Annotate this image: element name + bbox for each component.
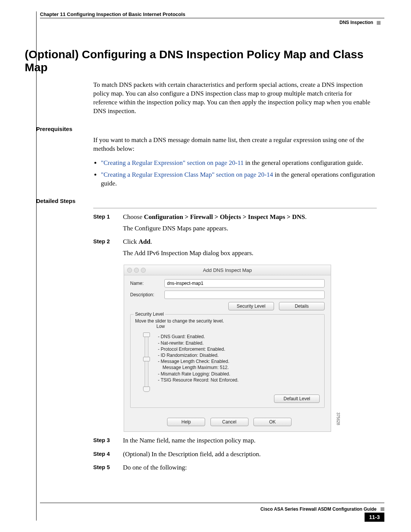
step-label: Step 2 xyxy=(93,237,123,258)
step-body: Click Add. The Add IPv6 Inspection Map d… xyxy=(123,237,377,258)
default-level-row: Default Level xyxy=(135,395,320,403)
name-row: Name: xyxy=(130,279,325,288)
dialog-footer: Help Cancel OK xyxy=(124,413,331,431)
list-item: DNS Guard: Enabled. xyxy=(158,334,239,340)
step-body: Choose Configuration > Firewall > Object… xyxy=(123,212,377,233)
section-label-row: DNS Inspection xyxy=(40,20,384,25)
step-body: Do one of the following: xyxy=(123,463,377,473)
page: Chapter 11 Configuring Inspection of Bas… xyxy=(0,0,411,532)
prerequisites-text: If you want to match a DNS message domai… xyxy=(93,136,377,153)
steps-rule xyxy=(93,208,377,208)
name-label: Name: xyxy=(130,281,164,286)
dialog-screenshot: Add DNS Inspect Map Name: Description: S… xyxy=(124,265,331,432)
bullet-tail: in the general operations configuration … xyxy=(244,159,363,166)
step-row: Step 4 (Optional) In the Description fie… xyxy=(93,449,377,459)
header-square-icon xyxy=(377,21,381,25)
step-label: Step 4 xyxy=(93,449,123,459)
step-body: In the Name field, name the inspection p… xyxy=(123,436,377,446)
header-rule xyxy=(40,18,384,18)
running-header: Chapter 11 Configuring Inspection of Bas… xyxy=(40,11,384,25)
step-row: Step 3 In the Name field, name the inspe… xyxy=(93,436,377,446)
cancel-button[interactable]: Cancel xyxy=(210,418,249,426)
bullet-item: "Creating a Regular Expression" section … xyxy=(101,159,377,168)
dialog-body: Name: Description: Security Level Detail… xyxy=(124,275,331,413)
footer-guide-title: Cisco ASA Series Firewall ASDM Configura… xyxy=(260,506,376,512)
figure-code: 375628 xyxy=(336,412,340,425)
dialog-titlebar: Add DNS Inspect Map xyxy=(124,265,331,275)
security-slider[interactable] xyxy=(145,333,148,391)
add-dns-inspect-map-dialog: Add DNS Inspect Map Name: Description: S… xyxy=(124,265,331,432)
list-item: TSIG Resource Record: Not Enforced. xyxy=(158,377,239,383)
list-item: Message Length Maximum: 512. xyxy=(158,364,239,371)
slider-instruction: Move the slider to change the security l… xyxy=(135,318,320,324)
regex-classmap-link[interactable]: "Creating a Regular Expression Class Map… xyxy=(101,171,273,178)
section-label: DNS Inspection xyxy=(339,20,373,25)
security-settings-list: DNS Guard: Enabled. Nat-rewrite: Enabled… xyxy=(158,333,239,391)
page-number: 11-3 xyxy=(365,513,384,522)
list-item: Mismatch Rate Logging: Disabled. xyxy=(158,371,239,377)
step-row: Step 5 Do one of the following: xyxy=(93,463,377,473)
bullet-item: "Creating a Regular Expression Class Map… xyxy=(101,171,377,188)
description-row: Description: xyxy=(130,291,325,299)
security-level-button[interactable]: Security Level xyxy=(228,302,274,310)
slider-thumb-icon[interactable] xyxy=(143,387,150,392)
security-level-fieldset: Security Level Move the slider to change… xyxy=(130,314,325,408)
ok-button[interactable]: OK xyxy=(253,418,292,426)
left-margin-rule xyxy=(36,11,37,521)
dialog-title: Add DNS Inspect Map xyxy=(124,267,331,273)
list-item: ID Randomization: Disabled. xyxy=(158,352,239,358)
regex-link[interactable]: "Creating a Regular Expression" section … xyxy=(101,159,244,166)
slider-tick-icon xyxy=(143,332,150,337)
page-footer: Cisco ASA Series Firewall ASDM Configura… xyxy=(40,503,384,521)
low-label: Low xyxy=(156,324,320,329)
step-label: Step 3 xyxy=(93,436,123,446)
name-field[interactable] xyxy=(164,279,325,288)
slider-area: DNS Guard: Enabled. Nat-rewrite: Enabled… xyxy=(135,333,320,391)
description-label: Description: xyxy=(130,292,164,297)
footer-square-icon xyxy=(381,507,384,511)
fieldset-legend: Security Level xyxy=(134,312,165,317)
description-field[interactable] xyxy=(164,291,325,299)
detailed-steps-heading: Detailed Steps xyxy=(36,198,384,204)
slider-tick-icon xyxy=(143,357,150,361)
details-button[interactable]: Details xyxy=(279,302,325,310)
default-level-button[interactable]: Default Level xyxy=(274,395,320,403)
step-body: (Optional) In the Description field, add… xyxy=(123,449,377,459)
step-row: Step 2 Click Add. The Add IPv6 Inspectio… xyxy=(93,237,377,258)
intro-paragraph: To match DNS packets with certain charac… xyxy=(93,81,377,116)
prerequisites-bullets: "Creating a Regular Expression" section … xyxy=(93,159,384,188)
help-button[interactable]: Help xyxy=(167,418,205,426)
tab-button-row: Security Level Details xyxy=(130,302,325,310)
list-item: Protocol Enforcement: Enabled. xyxy=(158,346,239,352)
page-title: (Optional) Configuring a DNS Inspection … xyxy=(25,48,384,74)
footer-rule xyxy=(40,503,384,503)
list-item: Nat-rewrite: Enabled. xyxy=(158,340,239,346)
step-row: Step 1 Choose Configuration > Firewall >… xyxy=(93,212,377,233)
step-label: Step 1 xyxy=(93,212,123,233)
list-item: Message Length Check: Enabled. xyxy=(158,358,239,364)
chapter-line: Chapter 11 Configuring Inspection of Bas… xyxy=(40,11,384,18)
step-label: Step 5 xyxy=(93,463,123,473)
prerequisites-heading: Prerequisites xyxy=(36,126,384,132)
slider-col xyxy=(135,333,158,391)
